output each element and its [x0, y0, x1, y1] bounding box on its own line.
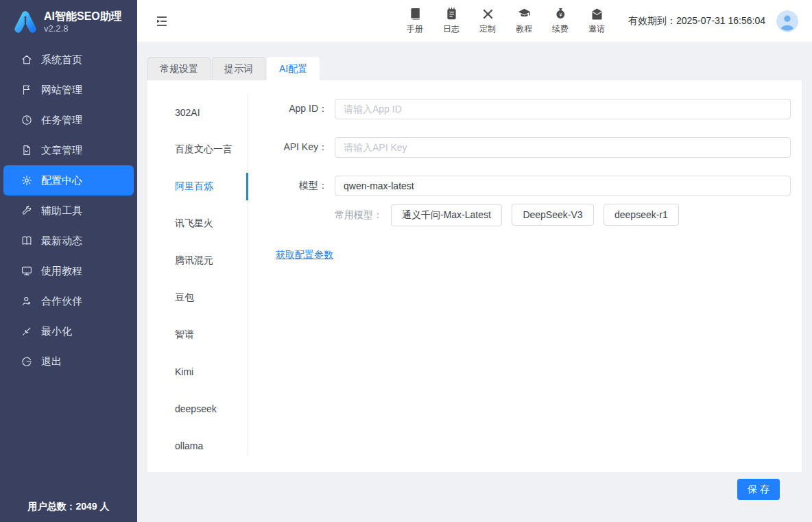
avatar-person-icon [776, 10, 798, 32]
app-window: AI智能SEO助理 v2.2.8 系统首页 网站管理 任务管理 [0, 0, 812, 522]
sidebar-item-label: 任务管理 [41, 114, 82, 127]
gear-icon [21, 174, 33, 187]
app-logo-icon [12, 9, 38, 35]
provider-item[interactable]: 豆包 [147, 279, 248, 316]
quick-link-label: 手册 [407, 23, 423, 35]
provider-item[interactable]: 讯飞星火 [147, 205, 248, 242]
topbar: 手册 日志 定制 教程 [137, 0, 812, 43]
clock-icon [21, 114, 33, 126]
app-version: v2.2.8 [44, 23, 122, 34]
logout-icon [21, 355, 33, 368]
provider-item[interactable]: 腾讯混元 [147, 242, 248, 279]
sidebar-item[interactable]: 最新动态 [0, 226, 137, 256]
sidebar-item[interactable]: 网站管理 [0, 75, 137, 105]
common-model-button[interactable]: deepseek-r1 [604, 204, 679, 226]
app-id-input[interactable] [335, 99, 791, 119]
renew-icon: ¥ [553, 7, 568, 21]
sidebar-item-label: 退出 [41, 355, 62, 368]
minimize-icon [21, 325, 33, 337]
sidebar-nav: 系统首页 网站管理 任务管理 文章管理 [0, 45, 137, 377]
sidebar-item[interactable]: 最小化 [0, 316, 137, 346]
sidebar-item-label: 配置中心 [41, 174, 82, 187]
get-config-link[interactable]: 获取配置参数 [276, 249, 333, 260]
manual-icon [408, 7, 422, 21]
sidebar-item[interactable]: 使用教程 [0, 256, 137, 286]
provider-item[interactable]: ollama [147, 427, 248, 464]
provider-item[interactable]: 阿里百炼 [147, 168, 248, 205]
common-models-label: 常用模型： [335, 209, 383, 222]
settings-tab[interactable]: 常规设置 [147, 57, 211, 80]
sidebar-collapse-icon[interactable] [154, 13, 171, 29]
course-icon [517, 7, 532, 21]
model-input[interactable] [335, 176, 791, 196]
topbar-quick-links: 手册 日志 定制 教程 [404, 7, 608, 35]
article-icon [21, 144, 33, 156]
save-button[interactable]: 保存 [737, 479, 780, 500]
sidebar-item[interactable]: 辅助工具 [0, 195, 137, 226]
quick-link-label: 邀请 [588, 23, 605, 35]
open-book-icon [21, 235, 33, 247]
validity-text: 有效期到：2025-07-31 16:56:04 [628, 15, 765, 27]
quick-link[interactable]: 定制 [477, 7, 499, 35]
provider-item[interactable]: 302AI [147, 94, 248, 131]
common-model-button[interactable]: DeepSeek-V3 [512, 204, 593, 226]
home-icon [21, 54, 33, 66]
quick-link-label: 日志 [443, 23, 459, 35]
sidebar-item-label: 文章管理 [41, 144, 82, 157]
quick-link-label: 定制 [479, 23, 496, 35]
partner-icon [21, 295, 33, 307]
monitor-icon [21, 265, 33, 277]
user-avatar[interactable] [776, 10, 798, 32]
sidebar-item[interactable]: 合作伙伴 [0, 286, 137, 316]
app-logo: AI智能SEO助理 v2.2.8 [0, 0, 137, 42]
quick-link[interactable]: 邀请 [586, 7, 608, 35]
common-model-buttons: 通义千问-Max-Latest DeepSeek-V3 deepseek-r1 [391, 204, 686, 226]
provider-item[interactable]: 百度文心一言 [147, 131, 248, 168]
common-model-button[interactable]: 通义千问-Max-Latest [391, 204, 502, 226]
quick-link-label: 教程 [516, 23, 532, 35]
api-key-label: API Key： [248, 141, 328, 154]
quick-link[interactable]: 教程 [513, 7, 535, 35]
sidebar-item-label: 最新动态 [41, 235, 82, 248]
sidebar-item-label: 合作伙伴 [41, 295, 82, 308]
provider-config-form: App ID： API Key： 模型： 常用模型： [248, 80, 802, 472]
provider-subnav: 302AI 百度文心一言 阿里百炼 讯飞星火 腾讯混元 豆包 智谱 Kimi [147, 94, 248, 456]
invite-icon [590, 7, 604, 21]
app-title: AI智能SEO助理 [44, 10, 122, 23]
sidebar-item-label: 使用教程 [41, 265, 82, 278]
sidebar-item[interactable]: 任务管理 [0, 105, 137, 135]
sidebar-item[interactable]: 配置中心 [3, 165, 134, 195]
sidebar-item-label: 辅助工具 [41, 204, 82, 217]
ai-config-panel: 302AI 百度文心一言 阿里百炼 讯飞星火 腾讯混元 豆包 智谱 Kimi [147, 80, 802, 472]
api-key-input[interactable] [335, 137, 791, 158]
app-id-label: App ID： [248, 103, 328, 115]
provider-item[interactable]: Kimi [147, 353, 248, 390]
sidebar-item[interactable]: 退出 [0, 346, 137, 377]
sidebar-item-label: 最小化 [41, 325, 72, 338]
settings-tabs: 常规设置 提示词 AI配置 [147, 57, 802, 80]
sidebar-item-label: 网站管理 [41, 84, 82, 97]
log-icon [444, 7, 459, 21]
quick-link[interactable]: 手册 [404, 7, 426, 35]
quick-link[interactable]: ¥ 续费 [549, 7, 571, 35]
save-row: 保存 [147, 472, 802, 500]
flag-icon [21, 84, 33, 96]
provider-item[interactable]: 智谱 [147, 316, 248, 353]
svg-text:¥: ¥ [559, 12, 562, 18]
sidebar-item-label: 系统首页 [41, 54, 82, 67]
model-label: 模型： [248, 180, 328, 192]
quick-link-label: 续费 [552, 23, 569, 35]
settings-tab[interactable]: 提示词 [212, 57, 265, 80]
sidebar: AI智能SEO助理 v2.2.8 系统首页 网站管理 任务管理 [0, 0, 137, 522]
main-content: 常规设置 提示词 AI配置 302AI 百度文心一言 阿里百炼 讯飞 [137, 43, 812, 522]
user-total-stat: 用户总数：2049 人 [0, 501, 137, 513]
wrench-icon [21, 204, 33, 217]
quick-link[interactable]: 日志 [440, 7, 462, 35]
provider-item[interactable]: deepseek [147, 390, 248, 427]
custom-icon [481, 7, 495, 21]
sidebar-item[interactable]: 系统首页 [0, 45, 137, 75]
settings-tab[interactable]: AI配置 [267, 57, 320, 80]
sidebar-item[interactable]: 文章管理 [0, 135, 137, 165]
